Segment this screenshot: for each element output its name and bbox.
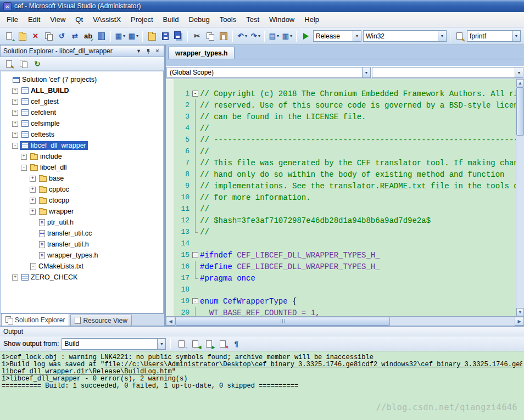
solution-tree[interactable]: Solution 'cef' (7 projects)+ALL_BUILD+ce… bbox=[1, 71, 164, 313]
code-line[interactable]: 4// bbox=[166, 122, 524, 134]
expand-icon[interactable]: + bbox=[12, 132, 18, 138]
find-in-files-icon[interactable]: ▥▾ bbox=[281, 30, 293, 42]
tree-row[interactable]: +ceftests bbox=[1, 129, 163, 140]
code-line[interactable]: 17#pragma once bbox=[166, 272, 524, 284]
code-line[interactable]: 14 bbox=[166, 238, 524, 249]
output-text[interactable]: //blog.csdn.net/qiangzi4646 1>cef_lock.o… bbox=[0, 351, 524, 420]
expand-icon[interactable]: + bbox=[12, 110, 18, 116]
expand-icon[interactable]: + bbox=[30, 176, 36, 182]
fold-collapse-icon[interactable]: - bbox=[192, 298, 198, 304]
tree-item-ptr-util-h[interactable]: hptr_util.h bbox=[37, 218, 75, 227]
paste-icon[interactable] bbox=[218, 30, 229, 42]
fold-collapse-icon[interactable]: - bbox=[192, 252, 198, 258]
chevron-down-icon[interactable]: ▼ bbox=[438, 31, 446, 41]
editor-tab-wrapper-types[interactable]: wrapper_types.h bbox=[168, 47, 235, 59]
tree-item-libcef-dll[interactable]: libcef_dll bbox=[29, 163, 69, 172]
panel-tab-solution-explorer[interactable]: Solution Explorer bbox=[1, 313, 69, 326]
collapse-icon[interactable]: - bbox=[21, 165, 27, 171]
tree-item-include[interactable]: include bbox=[29, 152, 64, 161]
scroll-right-arrow[interactable]: ▶ bbox=[515, 317, 524, 326]
undo-icon[interactable]: ↶▾ bbox=[236, 30, 248, 42]
scroll-grip-icon[interactable] bbox=[281, 319, 285, 323]
chevron-down-icon[interactable]: ▼ bbox=[515, 68, 523, 77]
solution-platform-combo[interactable]: Win32▼ bbox=[363, 30, 447, 42]
copy-files-icon[interactable] bbox=[43, 30, 54, 42]
redo-icon[interactable]: ↷▾ bbox=[249, 30, 261, 42]
horizontal-scrollbar[interactable]: ◀ ▶ bbox=[166, 316, 524, 326]
tree-row[interactable]: -libcef_dll bbox=[1, 162, 163, 173]
open-file-icon[interactable] bbox=[146, 30, 158, 42]
add-item-icon[interactable]: + bbox=[3, 30, 15, 42]
tree-row[interactable]: +ZERO_CHECK bbox=[1, 272, 163, 283]
chevron-down-icon[interactable]: ▼ bbox=[512, 31, 520, 41]
save-all-icon[interactable] bbox=[172, 30, 184, 42]
vertical-scrollbar[interactable]: ▲ ▼ bbox=[516, 79, 524, 316]
tree-row[interactable]: ≡CMakeLists.txt bbox=[1, 261, 163, 272]
expand-icon[interactable]: + bbox=[30, 209, 36, 215]
previous-message-icon[interactable]: ◀ bbox=[189, 338, 201, 349]
scroll-up-arrow[interactable]: ▲ bbox=[516, 79, 524, 87]
expand-icon[interactable]: + bbox=[12, 99, 18, 105]
fold-collapse-icon[interactable]: - bbox=[192, 91, 198, 97]
expand-icon[interactable]: + bbox=[21, 154, 27, 160]
compare-icon[interactable]: ⇄ bbox=[69, 30, 81, 42]
horizontal-scroll-thumb[interactable] bbox=[175, 317, 390, 326]
tree-item-all-build[interactable]: ALL_BUILD bbox=[20, 86, 70, 95]
code-line[interactable]: 5// ------------------------------------… bbox=[166, 134, 524, 145]
tree-row[interactable]: +ALL_BUILD bbox=[1, 85, 163, 96]
tree-item-transfer-util-cc[interactable]: ++transfer_util.cc bbox=[37, 229, 93, 238]
menu-file[interactable]: File bbox=[2, 12, 23, 27]
code-line[interactable]: 3// can be found in the LICENSE file. bbox=[166, 111, 524, 122]
menu-qt[interactable]: Qt bbox=[70, 12, 88, 27]
scroll-track[interactable] bbox=[390, 317, 515, 326]
vertical-scroll-thumb[interactable] bbox=[516, 87, 524, 136]
expand-icon[interactable]: + bbox=[12, 88, 18, 94]
tree-item-wrapper[interactable]: wrapper bbox=[37, 207, 75, 216]
tree-row[interactable]: Solution 'cef' (7 projects) bbox=[1, 74, 163, 85]
menu-test[interactable]: Test bbox=[241, 12, 264, 27]
scope-dropdown[interactable]: (Global Scope) ▼ bbox=[166, 67, 371, 78]
menu-help[interactable]: Help bbox=[299, 12, 324, 27]
expand-icon[interactable]: + bbox=[30, 198, 36, 204]
menu-project[interactable]: Project bbox=[126, 12, 158, 27]
code-line[interactable]: 11// bbox=[166, 203, 524, 215]
chevron-down-icon[interactable]: ▼ bbox=[362, 68, 370, 77]
copy-icon[interactable] bbox=[204, 30, 216, 42]
tree-item-ctocpp[interactable]: ctocpp bbox=[37, 196, 71, 205]
next-message-icon[interactable]: ▶ bbox=[203, 338, 215, 349]
tree-row[interactable]: +wrapper bbox=[1, 206, 163, 217]
menu-window[interactable]: Window bbox=[264, 12, 299, 27]
code-line[interactable]: 6// bbox=[166, 145, 524, 157]
expand-icon[interactable]: + bbox=[30, 187, 36, 193]
tree-row[interactable]: +cefclient bbox=[1, 107, 163, 118]
window-position-button[interactable]: ▼ bbox=[134, 47, 143, 55]
tree-item-cmakelists-txt[interactable]: ≡CMakeLists.txt bbox=[29, 262, 85, 271]
cut-icon[interactable]: ✂ bbox=[191, 30, 203, 42]
window-layout-icon[interactable]: ▤▾ bbox=[268, 30, 280, 42]
code-line[interactable]: 15-#ifndef CEF_LIBCEF_DLL_WRAPPER_TYPES_… bbox=[166, 249, 524, 261]
open-folder-icon[interactable] bbox=[16, 30, 28, 42]
panel-tab-resource-view[interactable]: Resource View bbox=[70, 315, 131, 326]
tree-item-cefsimple[interactable]: cefsimple bbox=[20, 119, 62, 128]
find-symbol-icon[interactable]: ✎ bbox=[454, 30, 465, 42]
code-line[interactable]: 1-// Copyright (c) 2018 The Chromium Emb… bbox=[166, 88, 524, 99]
tree-row[interactable]: +cef_gtest bbox=[1, 96, 163, 107]
refresh-icon[interactable]: ↻ bbox=[32, 58, 43, 69]
tree-item-cefclient[interactable]: cefclient bbox=[20, 108, 58, 117]
word-wrap-icon[interactable]: ¶ bbox=[230, 338, 242, 349]
code-line[interactable]: 8// hand only do so within the body of e… bbox=[166, 169, 524, 180]
save-icon[interactable] bbox=[159, 30, 171, 42]
code-line[interactable]: 9// implementations. See the translator.… bbox=[166, 180, 524, 192]
scroll-down-arrow[interactable]: ▼ bbox=[516, 308, 524, 316]
menu-debug[interactable]: Debug bbox=[184, 12, 215, 27]
tree-item-transfer-util-h[interactable]: htransfer_util.h bbox=[37, 240, 91, 249]
build-log-link[interactable]: file://c:\Users\Administrator\Desktop\ce… bbox=[104, 361, 522, 368]
tree-item-cef-gtest[interactable]: cef_gtest bbox=[20, 97, 60, 106]
chevron-down-icon[interactable]: ▼ bbox=[353, 31, 361, 41]
history-icon[interactable]: ↺ bbox=[56, 30, 68, 42]
delete-icon[interactable]: ✕ bbox=[30, 30, 41, 42]
code-line[interactable]: 10// for more information. bbox=[166, 192, 524, 203]
auto-hide-pin-button[interactable] bbox=[143, 47, 153, 55]
tree-item-solution-cef-7-projects[interactable]: Solution 'cef' (7 projects) bbox=[11, 75, 98, 84]
properties-icon[interactable]: ✎ bbox=[3, 58, 14, 69]
